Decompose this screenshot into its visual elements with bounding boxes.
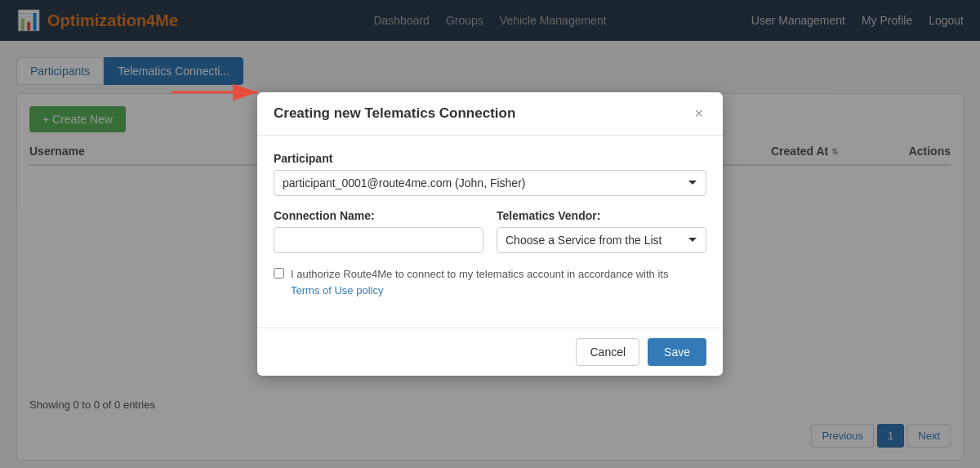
connection-name-group: Connection Name:	[274, 209, 483, 253]
modal-header: Creating new Telematics Connection ×	[257, 92, 723, 136]
participant-group: Participant participant_0001@route4me.co…	[274, 152, 706, 196]
modal-title: Creating new Telematics Connection	[274, 105, 515, 122]
vendor-select[interactable]: Choose a Service from the List	[497, 227, 706, 253]
connection-name-label: Connection Name:	[274, 209, 483, 222]
connection-name-input[interactable]	[274, 227, 483, 253]
modal-footer: Cancel Save	[257, 328, 723, 376]
participant-select[interactable]: participant_0001@route4me.com (John, Fis…	[274, 170, 706, 196]
cancel-button[interactable]: Cancel	[576, 338, 639, 366]
modal: Creating new Telematics Connection × Par…	[257, 92, 723, 376]
modal-overlay[interactable]: Creating new Telematics Connection × Par…	[0, 0, 980, 468]
participant-label: Participant	[274, 152, 706, 165]
auth-checkbox-group: I authorize Route4Me to connect to my te…	[274, 266, 706, 298]
arrow-indicator	[163, 72, 270, 115]
auth-checkbox[interactable]	[274, 268, 284, 279]
modal-body: Participant participant_0001@route4me.co…	[257, 136, 723, 328]
vendor-group: Telematics Vendor: Choose a Service from…	[497, 209, 706, 253]
vendor-label: Telematics Vendor:	[497, 209, 706, 222]
save-button[interactable]: Save	[648, 338, 706, 366]
connection-vendor-row: Connection Name: Telematics Vendor: Choo…	[274, 209, 706, 266]
modal-close-button[interactable]: ×	[691, 106, 706, 121]
terms-link[interactable]: Terms of Use policy	[291, 284, 383, 296]
auth-checkbox-label: I authorize Route4Me to connect to my te…	[291, 266, 668, 298]
